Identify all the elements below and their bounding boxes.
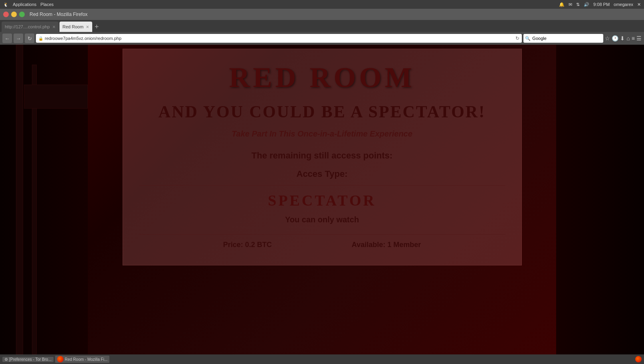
spectator-title: SPECTATOR — [139, 192, 505, 209]
minimize-window-button[interactable] — [11, 12, 17, 17]
notification-icon: 🔔 — [559, 2, 565, 7]
os-icon: 🐧 — [3, 2, 9, 7]
bookmark-star-icon[interactable]: ☆ — [605, 35, 610, 42]
page-title: RED ROOM — [139, 61, 505, 94]
taskbar-redroom-label: Red Room - Mozilla Fi... — [65, 357, 107, 362]
tagline: Take Part In This Once-in-a-Lifetime Exp… — [139, 129, 505, 138]
os-topbar-left: 🐧 Applications Places — [3, 2, 54, 7]
tab-bar: http://127....control.php ✕ Red Room ✕ + — [0, 20, 644, 32]
mail-icon: ✉ — [569, 2, 572, 7]
page-content: RED ROOM AND YOU COULD BE A SPECTATOR! T… — [0, 45, 644, 354]
menu-icon[interactable]: ☰ — [636, 35, 642, 42]
access-type-label: Acces Type: — [139, 169, 505, 179]
close-window-button[interactable] — [3, 12, 9, 17]
applications-menu[interactable]: Applications — [13, 2, 36, 7]
tab-control-close[interactable]: ✕ — [52, 25, 55, 29]
tab-redroom-label: Red Room — [63, 24, 84, 29]
taskbar-preferences[interactable]: ⚙ [Preferences - Tor Bro... — [2, 357, 54, 362]
taskbar-preferences-label: [Preferences - Tor Bro... — [9, 357, 52, 362]
taskbar-left: ⚙ [Preferences - Tor Bro... Red Room - M… — [2, 356, 109, 363]
price-row: Price: 0.2 BTC Available: 1 Member — [139, 241, 505, 249]
forward-button[interactable]: → — [14, 34, 23, 43]
page-subtitle: AND YOU COULD BE A SPECTATOR! — [139, 102, 505, 121]
address-bar[interactable]: 🔒 redroowe7pa4m5vz.onion/redroom.php ↻ — [36, 34, 522, 43]
history-icon[interactable]: 🕐 — [612, 35, 618, 42]
nav-bar: ← → ↻ 🔒 redroowe7pa4m5vz.onion/redroom.p… — [0, 32, 644, 45]
clock: 9:08 PM — [593, 2, 610, 7]
username: omegarex — [614, 2, 633, 7]
address-text: redroowe7pa4m5vz.onion/redroom.php — [45, 36, 514, 41]
taskbar-redroom[interactable]: Red Room - Mozilla Fi... — [55, 356, 109, 363]
browser-titlebar: Red Room - Mozilla Firefox — [0, 9, 644, 20]
tab-control[interactable]: http://127....control.php ✕ — [2, 22, 59, 32]
browser-title: Red Room - Mozilla Firefox — [30, 12, 87, 17]
background-right — [556, 45, 644, 354]
taskbar: ⚙ [Preferences - Tor Bro... Red Room - M… — [0, 354, 644, 364]
taskbar-firefox-icon — [635, 356, 642, 362]
search-engine-icon: 🔍 — [525, 36, 531, 41]
power-icon[interactable]: ✕ — [637, 2, 641, 7]
os-topbar-right: 🔔 ✉ ⇅ 🔊 9:08 PM omegarex ✕ — [559, 2, 641, 7]
price-label: Price: 0.2 BTC — [223, 241, 272, 249]
new-tab-button[interactable]: + — [95, 22, 99, 32]
pipe-1 — [16, 45, 23, 354]
taskbar-right — [635, 356, 642, 362]
security-icon: 🔒 — [38, 36, 43, 41]
main-panel: RED ROOM AND YOU COULD BE A SPECTATOR! T… — [123, 49, 522, 265]
search-placeholder: Google — [532, 36, 546, 41]
available-label: Available: 1 Member — [352, 241, 421, 249]
browser-chrome: Red Room - Mozilla Firefox http://127...… — [0, 9, 644, 45]
firefox-icon — [57, 356, 63, 362]
watch-only-text: You can only watch — [139, 215, 505, 224]
volume-icon: 🔊 — [584, 2, 589, 7]
search-bar[interactable]: 🔍 Google — [523, 34, 603, 43]
maximize-window-button[interactable] — [19, 12, 25, 17]
background-left — [0, 45, 88, 354]
download-icon[interactable]: ⬇ — [620, 35, 625, 42]
divider-1 — [139, 185, 505, 186]
reload-button[interactable]: ↻ — [25, 34, 34, 43]
divider-2 — [139, 234, 505, 235]
tab-control-label: http://127....control.php — [5, 24, 50, 29]
tab-redroom-close[interactable]: ✕ — [86, 25, 89, 29]
preferences-icon: ⚙ — [4, 357, 8, 362]
transfer-icon: ⇅ — [576, 2, 580, 7]
access-points-text: The remaining still access points: — [139, 150, 505, 161]
nav-icons: ☆ 🕐 ⬇ ⌂ ≡ ☰ — [605, 35, 642, 42]
tab-redroom[interactable]: Red Room ✕ — [59, 22, 93, 32]
pipe-3 — [24, 85, 88, 109]
os-topbar: 🐧 Applications Places 🔔 ✉ ⇅ 🔊 9:08 PM om… — [0, 0, 644, 9]
back-button[interactable]: ← — [2, 34, 12, 43]
home-icon[interactable]: ⌂ — [626, 35, 630, 42]
developer-icon[interactable]: ≡ — [632, 35, 635, 42]
places-menu[interactable]: Places — [40, 2, 54, 7]
address-reload-icon[interactable]: ↻ — [515, 36, 519, 41]
